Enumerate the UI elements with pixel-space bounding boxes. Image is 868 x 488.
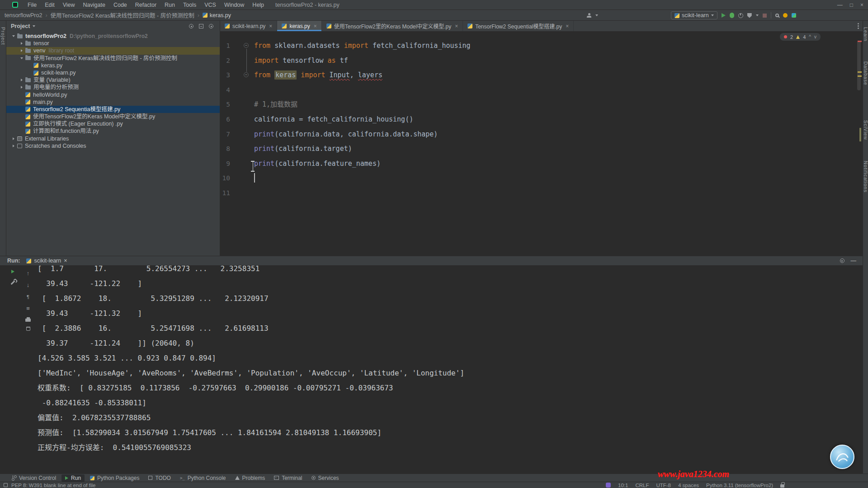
tree-item[interactable]: venvlibrary root [6,47,220,54]
tab-options-icon[interactable] [858,23,859,24]
inspections-widget[interactable]: 2 4 ^ v [780,33,821,41]
project-tree[interactable]: tensorflowPro2D:\python_pro\tensorflowPr… [6,33,220,150]
softwrap-icon[interactable] [27,293,29,300]
line-ending[interactable]: CRLF [635,483,649,488]
tree-item[interactable]: 用电量的分析预测 [6,84,220,91]
usage-stripe-mark[interactable] [859,128,861,141]
up-icon[interactable] [27,270,30,277]
tree-item[interactable]: External Libraries [6,135,220,142]
run-config-selector[interactable]: scikit-learn [671,11,717,19]
menu-file[interactable]: File [24,2,41,8]
tree-item[interactable]: 使用TensorFlow2里的Keras Model中定义模型.py [6,113,220,120]
error-stripe-mark[interactable] [858,41,862,42]
warning-stripe-mark[interactable] [858,71,862,73]
warning-stripe-mark[interactable] [858,75,862,77]
stripe-database-button[interactable]: Database [863,61,868,85]
search-icon[interactable] [775,14,779,17]
editor-tab[interactable]: TensorFlow2 Sequential模型搭建.py× [463,21,574,31]
encoding[interactable]: UTF-8 [656,483,671,488]
tree-item[interactable]: keras.py [6,62,220,69]
toolwindow-button-problems[interactable]: Problems [231,474,269,482]
rerun-icon[interactable] [11,270,14,273]
update-notification-icon[interactable] [783,13,788,18]
collapse-all-icon[interactable] [199,24,203,28]
toolwindow-button-python-console[interactable]: >_Python Console [176,474,230,482]
tree-item[interactable]: 使用TensorFlow2 Keras解决线性回归问题 - 房价预测控制 [6,55,220,62]
close-icon[interactable]: × [64,258,67,264]
tree-item[interactable]: Tensorflow2 Sequentia模型搭建.py [6,106,220,113]
close-icon[interactable]: × [566,23,569,29]
down-icon[interactable] [27,282,30,288]
locate-file-icon[interactable] [189,24,193,28]
lock-icon[interactable] [780,484,784,488]
toolwindow-button-run[interactable]: Run [61,474,85,482]
fold-collapse-icon[interactable]: − [244,43,249,48]
caret-position[interactable]: 10:1 [618,483,628,488]
stripe-project-button[interactable]: Project [0,27,6,45]
tree-item[interactable]: 立即执行模式 (Eager Execution) .py [6,120,220,127]
stripe-sciview-button[interactable]: SciView [863,120,868,140]
editor-tab[interactable]: keras.py× [277,21,321,31]
debug-button[interactable] [730,13,734,18]
editor-scrollbar[interactable] [857,41,861,90]
toolwindow-button-version-control[interactable]: Version Control [9,474,60,482]
chevron-down-icon[interactable] [756,14,759,16]
menu-code[interactable]: Code [109,2,131,8]
menu-window[interactable]: Window [220,2,248,8]
breadcrumb-item[interactable]: 使用TensorFlow2 Keras解决线性回归问题 - 房价预测控制 [51,11,194,19]
menu-view[interactable]: View [59,2,79,8]
hide-panel-icon[interactable]: — [851,258,857,264]
tree-item[interactable]: tensorflowPro2D:\python_pro\tensorflowPr… [6,33,220,40]
prev-issue-icon[interactable]: ^ [809,34,811,39]
wrench-icon[interactable] [10,281,15,285]
menu-tools[interactable]: Tools [179,2,200,8]
close-button[interactable]: × [860,2,863,8]
stripe-learn-button[interactable]: Learn [863,27,868,42]
clear-icon[interactable] [26,327,30,331]
menu-edit[interactable]: Edit [41,2,59,8]
menu-run[interactable]: Run [160,2,179,8]
tree-item[interactable]: main.py [6,99,220,106]
tree-item[interactable]: 变量 (Variable) [6,76,220,84]
user-icon[interactable] [587,13,591,18]
chevron-down-icon[interactable] [595,14,598,16]
scroll-end-icon[interactable] [26,305,30,312]
close-icon[interactable]: × [314,23,317,29]
panel-settings-icon[interactable] [209,24,213,28]
run-console-output[interactable]: [ 1.7 17. 5.26554273 ... 2.3258351 39.43… [38,261,464,455]
next-issue-icon[interactable]: v [814,34,816,39]
tree-item[interactable]: tensor [6,40,220,47]
indent-style[interactable]: 4 spaces [678,483,699,488]
stop-button[interactable] [763,14,767,18]
toolwindow-button-python-packages[interactable]: Python Packages [86,474,143,482]
print-icon[interactable] [25,319,31,322]
menu-navigate[interactable]: Navigate [79,2,109,8]
menu-refactor[interactable]: Refactor [131,2,160,8]
project-panel-header[interactable]: Project [11,23,35,29]
coverage-button[interactable] [747,13,752,18]
run-tab-scikit-learn[interactable]: scikit-learn × [26,258,67,264]
close-icon[interactable]: × [269,23,272,29]
minimize-button[interactable]: — [837,2,843,8]
toolwindow-button-todo[interactable]: TODO [145,474,174,482]
run-settings-icon[interactable] [840,258,844,263]
maximize-button[interactable]: □ [850,2,853,8]
editor-tab[interactable]: 使用TensorFlow2里的Keras Model中定义模型.py× [322,21,463,31]
breadcrumb-item[interactable]: keras.py [203,12,231,19]
profiler-button[interactable] [738,13,743,18]
toolwindow-button-services[interactable]: Services [308,474,343,482]
menu-help[interactable]: Help [248,2,268,8]
breadcrumb-item[interactable]: tensorflowPro2 [5,12,42,19]
stripe-notifications-button[interactable]: Notifications [863,161,868,192]
toolwindow-button-terminal[interactable]: >Terminal [270,474,306,482]
tree-item[interactable]: scikit-learn.py [6,69,220,76]
close-icon[interactable]: × [455,23,458,29]
python-interpreter[interactable]: Python 3.11 (tensorflowPro2) [706,483,773,488]
tree-item[interactable]: Scratches and Consoles [6,142,220,150]
plugin-icon[interactable] [792,13,796,18]
run-button[interactable] [722,13,726,18]
code-editor[interactable]: scikit-learn.py×keras.py×使用TensorFlow2里的… [220,21,863,256]
tree-item[interactable]: helloWorld.py [6,91,220,99]
tree-item[interactable]: 计算图和tf.function用法.py [6,127,220,135]
inspection-indicator-icon[interactable] [4,483,8,487]
